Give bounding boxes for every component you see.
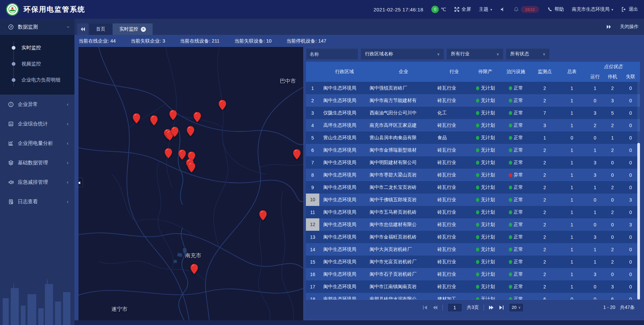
map-pin[interactable] — [219, 100, 226, 110]
map-pin[interactable] — [191, 264, 198, 274]
datetime: 2021-02-25 17:46:18 — [373, 7, 423, 12]
column-header: 监测点 — [538, 69, 552, 75]
cell-run: 3 — [586, 110, 604, 116]
map-panel[interactable]: 巴中市南充市遂宁市 — [78, 47, 303, 320]
sidebar: 数据监测 ‹ 实时监控 视频监控 企业电力负荷明细 企业异常 ‹ 企业综合统计 … — [0, 19, 74, 325]
cell-stop: 0 — [604, 197, 621, 203]
footer-strip — [74, 320, 644, 325]
sidebar-item-日志查看[interactable]: 日志查看 ‹ — [0, 192, 74, 211]
chevron-down-icon: ∨ — [496, 52, 499, 56]
table-row-10[interactable]: 10 阆中生态环境局 阆中千佛镇五郎垭页岩 砖瓦行业 无计划 正常 2 1 0 … — [306, 194, 640, 206]
cell-company: 西南油气田分公司川中 — [370, 110, 437, 116]
sidebar-item-企业综合统计[interactable]: 企业综合统计 ‹ — [0, 114, 74, 133]
sidebar-item-基础数据管理[interactable]: 基础数据管理 ‹ — [0, 153, 74, 172]
map-pin[interactable] — [150, 115, 158, 125]
exit-button[interactable]: 退出 — [621, 6, 638, 12]
scrollbar-thumb[interactable] — [637, 143, 640, 300]
table-row-12[interactable]: 12 阆中生态环境局 阆中市忠信建材有限公 砖瓦行业 无计划 正常 2 1 0 … — [306, 218, 640, 231]
table-row-9[interactable]: 9 阆中生态环境局 阆中市二龙长宝页岩砖 砖瓦行业 无计划 正常 2 1 1 2… — [306, 181, 640, 194]
cell-run: 1 — [586, 210, 604, 215]
close-operations-button[interactable]: 关闭操作 — [620, 24, 639, 30]
page-title: 环保用电监管系统 — [23, 5, 85, 14]
prev-page-button[interactable] — [432, 305, 438, 310]
fullscreen-button[interactable]: 全屏 — [454, 6, 471, 12]
cell-industry: 砖瓦行业 — [437, 184, 471, 191]
cell-run: 1 — [586, 86, 604, 91]
table-row-4[interactable]: 4 高坪生态环境局 南充市高坪区王家店建 砖瓦行业 无计划 正常 3 1 2 2… — [306, 119, 640, 131]
table-row-6[interactable]: 6 阆中生态环境局 阆中市金博瑞新型墙材 砖瓦行业 无计划 正常 2 1 1 2… — [306, 144, 640, 156]
cell-meters: 1 — [557, 98, 586, 103]
tab-label: 首页 — [96, 26, 105, 32]
table-row-3[interactable]: 3 仪陇生态环境局 西南油气田分公司川中 化工 无计划 正常 7 1 3 5 0 — [306, 107, 640, 119]
status-dot-icon — [476, 86, 479, 90]
first-page-button[interactable] — [422, 305, 428, 310]
table-row-7[interactable]: 7 阆中生态环境局 阆中明阳建材有限公司 砖瓦行业 无计划 正常 2 1 3 0… — [306, 156, 640, 169]
stat-value: 3 — [162, 38, 165, 44]
sidebar-item-应急减排管理[interactable]: 应急减排管理 ‹ — [0, 172, 74, 192]
theme-label: 主题 — [479, 6, 488, 12]
table-row-13[interactable]: 13 阆中生态环境局 阆中市金福旺页岩机砖 砖瓦行业 无计划 正常 2 1 3 … — [306, 231, 640, 243]
table-row-14[interactable]: 14 阆中生态环境局 阆中大兴页岩机砖厂 砖瓦行业 无计划 正常 2 1 1 2… — [306, 243, 640, 256]
tabs-scroll-left-button[interactable] — [77, 23, 89, 35]
map-pin[interactable] — [169, 110, 177, 120]
sidebar-item-label: 基础数据管理 — [18, 160, 48, 166]
sidebar-item-企业异常[interactable]: 企业异常 ‹ — [0, 95, 74, 114]
stat-label: 当前在线设备: — [180, 38, 210, 44]
tab-close-icon[interactable]: ✕ — [141, 27, 146, 32]
page-size-select[interactable]: 20 ∨ — [509, 303, 524, 312]
map-pin[interactable] — [187, 126, 194, 136]
help-button[interactable]: 帮助 — [547, 6, 564, 12]
region-select[interactable]: 行政区域名称 ∨ — [361, 48, 444, 60]
cell-stop: 2 — [604, 86, 621, 91]
double-chevron-right-icon[interactable] — [606, 25, 611, 29]
table-row-15[interactable]: 15 阆中生态环境局 阆中市光富页岩机砖厂 砖瓦行业 无计划 正常 2 1 1 … — [306, 256, 640, 268]
map-pin[interactable] — [133, 113, 140, 123]
cell-index: 9 — [306, 185, 319, 190]
table-header: 行政区域企业行业停限产治污设施监测点总表点位状态运行停机失联 — [306, 62, 640, 82]
cell-stop: 2 — [604, 247, 621, 252]
tab-realtime-monitor[interactable]: 实时监控 ✕ — [113, 23, 153, 35]
mute-button[interactable] — [500, 7, 505, 12]
theme-dropdown[interactable]: 主题 ▾ — [479, 6, 492, 12]
table-row-16[interactable]: 16 阆中生态环境局 阆中市石子页岩机砖厂 砖瓦行业 无计划 正常 2 1 3 … — [306, 268, 640, 280]
next-page-button[interactable] — [489, 305, 494, 310]
table-row-8[interactable]: 8 阆中生态环境局 阆中市枣碧大梁山页岩 砖瓦行业 无计划 异常 2 1 3 0… — [306, 169, 640, 181]
map-pin[interactable] — [178, 150, 186, 160]
industry-select[interactable]: 所有行业 ∨ — [446, 48, 503, 60]
map-collapse-button[interactable]: ◀ — [78, 178, 83, 187]
map-pin[interactable] — [165, 148, 172, 158]
cell-points: 1 — [532, 135, 557, 141]
sidebar-group-0[interactable]: 数据监测 ‹ — [0, 19, 74, 35]
table-row-17[interactable]: 17 阆中生态环境局 阆中市江南镇阆南页岩 砖瓦行业 无计划 正常 2 1 0 … — [306, 280, 640, 293]
sidebar-item-视频监控[interactable]: 视频监控 — [0, 56, 74, 72]
tab-home[interactable]: 首页 — [89, 23, 112, 35]
table-row-5[interactable]: 5 营山生态环境局 营山县润丰肉食品有限 食品 无计划 正常 1 0 0 1 0 — [306, 131, 640, 144]
map-pin[interactable] — [194, 112, 201, 122]
table-row-18[interactable]: 18 南部生态环境局 南部县砖华水泥有限公 建材加工 无计划 正常 6 0 0 … — [306, 293, 640, 300]
table-row-2[interactable]: 2 阆中生态环境局 阆中市南方节能建材有 砖瓦行业 无计划 正常 2 1 0 3… — [306, 94, 640, 107]
map-roads — [78, 47, 303, 320]
org-dropdown[interactable]: 南充市生态环境局 ▾ — [572, 6, 613, 12]
name-search-input[interactable] — [306, 48, 358, 60]
sidebar-item-企业用电量分析[interactable]: 企业用电量分析 ‹ — [0, 133, 74, 153]
map-pin[interactable] — [293, 149, 301, 159]
cell-facility-status: 正常 — [500, 98, 532, 104]
log-icon — [8, 199, 14, 205]
page-number-input[interactable] — [447, 303, 462, 312]
status-select[interactable]: 所有状态 ∨ — [506, 48, 550, 60]
chevron-left-icon: ‹ — [67, 160, 68, 165]
last-page-button[interactable] — [499, 305, 504, 310]
sidebar-item-企业电力负荷明细[interactable]: 企业电力负荷明细 — [0, 72, 74, 88]
map-pin[interactable] — [188, 162, 195, 172]
notifications[interactable]: 2632 — [514, 6, 539, 13]
cell-region: 阆中生态环境局 — [319, 234, 370, 240]
cell-run: 0 — [586, 284, 604, 289]
sidebar-item-实时监控[interactable]: 实时监控 — [0, 40, 74, 56]
map-pin[interactable] — [171, 127, 178, 137]
map-pin[interactable] — [259, 210, 267, 220]
stat-label: 当前失联设备: — [234, 38, 265, 44]
chevron-down-icon: ∨ — [437, 52, 440, 56]
cell-run: 0 — [586, 222, 604, 227]
table-row-1[interactable]: 1 阆中生态环境局 阆中强锐页岩砖厂 砖瓦行业 无计划 正常 2 1 1 2 0 — [306, 82, 640, 94]
table-row-11[interactable]: 11 阆中生态环境局 阆中市五马桥页岩机砖 砖瓦行业 无计划 正常 2 1 1 … — [306, 206, 640, 218]
